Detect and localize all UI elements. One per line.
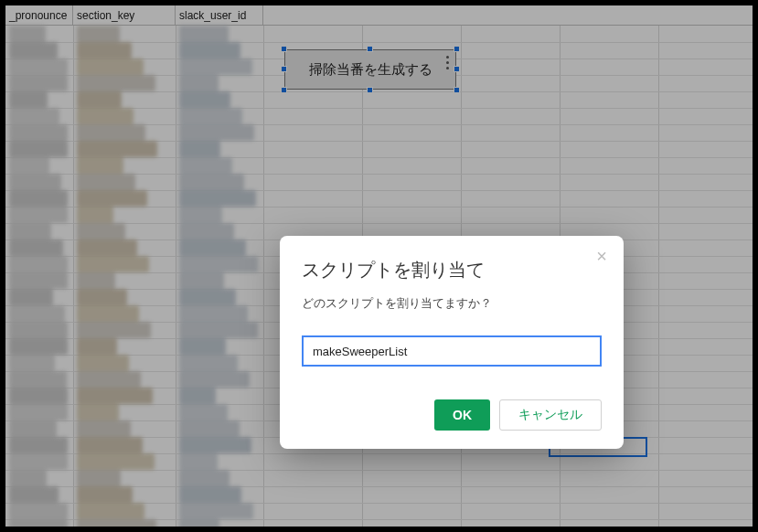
app-frame: _pronouncesection_keyslack_user_id 掃除当番を… [0,0,758,532]
assign-script-dialog: × スクリプトを割り当て どのスクリプトを割り当てますか？ OK キャンセル [280,236,624,449]
cancel-button[interactable]: キャンセル [499,399,602,431]
close-icon[interactable]: × [593,247,611,265]
ok-button[interactable]: OK [434,399,490,431]
script-name-input[interactable] [302,335,602,367]
dialog-actions: OK キャンセル [302,399,602,431]
spreadsheet-canvas[interactable]: _pronouncesection_keyslack_user_id 掃除当番を… [5,5,753,527]
dialog-title: スクリプトを割り当て [302,258,602,282]
dialog-subtitle: どのスクリプトを割り当てますか？ [302,295,602,312]
